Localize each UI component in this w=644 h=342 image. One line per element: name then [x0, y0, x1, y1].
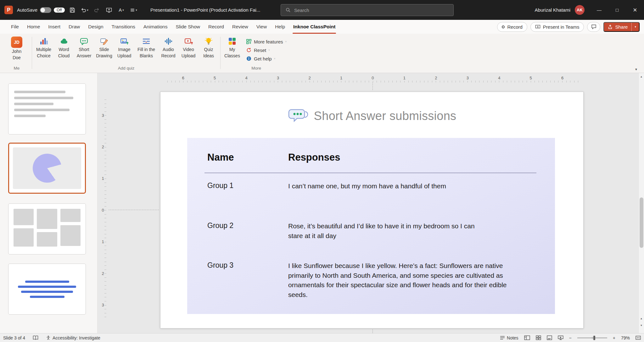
notes-button[interactable]: Notes	[500, 335, 518, 340]
accessibility-label: Accessibility: Investigate	[53, 335, 100, 340]
proofing-button[interactable]	[33, 335, 38, 340]
ribbon-item-multiple-choice[interactable]: Multiple Choice	[34, 36, 54, 58]
tab-insert[interactable]: Insert	[44, 20, 64, 34]
row-response[interactable]: I can’t name one, but my mom have a hand…	[288, 181, 537, 191]
slideshow-view-button[interactable]	[558, 335, 563, 340]
ribbon-item-video-upload[interactable]: Video Upload	[178, 36, 199, 58]
tab-home[interactable]: Home	[23, 20, 44, 34]
scroll-up-arrow[interactable]: ▲	[639, 74, 644, 79]
row-response[interactable]: Rose, it’s beautiful and I’d like to hav…	[288, 221, 537, 241]
slide-thumbnail-4[interactable]	[8, 264, 86, 315]
comments-button[interactable]	[587, 22, 600, 32]
word-cloud-icon	[59, 37, 69, 46]
tab-design[interactable]: Design	[84, 20, 107, 34]
tab-review[interactable]: Review	[228, 20, 252, 34]
maximize-button[interactable]: □	[608, 0, 626, 20]
zoom-slider-handle[interactable]	[593, 336, 595, 340]
ribbon-item-fill-in-the-blanks[interactable]: Fill in the Blanks	[134, 36, 158, 58]
ribbon-item-image-upload[interactable]: Image Upload	[114, 36, 134, 58]
reset-button[interactable]: Reset ▾	[246, 47, 287, 53]
redo-button[interactable]	[92, 5, 102, 15]
collapse-ribbon-button[interactable]: ▾	[635, 67, 637, 71]
account-avatar[interactable]: AK	[575, 5, 585, 15]
minimize-button[interactable]: —	[590, 0, 608, 20]
share-dropdown[interactable]: ▾	[631, 23, 639, 31]
tab-draw[interactable]: Draw	[64, 20, 84, 34]
vertical-ruler: 3 2 1 0 1 2 3	[99, 100, 107, 321]
style-button[interactable]: A ▾	[117, 5, 126, 15]
row-name[interactable]: Group 3	[207, 261, 288, 299]
group-label-more: More	[222, 65, 290, 73]
autosave-control[interactable]: AutoSave Off	[17, 7, 65, 13]
previous-slide-button[interactable]: ▲	[639, 316, 644, 321]
zoom-slider[interactable]	[577, 338, 607, 338]
chevron-down-icon: ▾	[268, 48, 270, 52]
present-in-teams-button[interactable]: Present in Teams	[530, 22, 584, 32]
more-features-button[interactable]: More features ▾	[246, 39, 287, 44]
zoom-level[interactable]: 79%	[621, 335, 630, 340]
tab-inknoe-classpoint[interactable]: Inknoe ClassPoint	[289, 20, 339, 34]
table-row[interactable]: Group 3 I like Sunflower because I like …	[207, 261, 537, 299]
slide-thumbnail-2-selected[interactable]	[8, 143, 86, 194]
reading-view-button[interactable]	[547, 335, 552, 340]
ribbon-item-slide-drawing[interactable]: Slide Drawing	[94, 36, 114, 58]
slide-title-block[interactable]: Short Answer submissions	[160, 108, 583, 124]
accessibility-status[interactable]: Accessibility: Investigate	[46, 335, 100, 340]
item-label: My	[229, 47, 235, 52]
row-response[interactable]: I like Sunflower because I like yellow. …	[288, 261, 537, 299]
ribbon-item-quiz-ideas[interactable]: Quiz Ideas	[199, 36, 219, 58]
item-label: Image	[118, 47, 131, 52]
item-label: Multiple	[36, 47, 51, 52]
book-icon	[33, 335, 38, 340]
customize-quick-access-button[interactable]: ▾	[129, 5, 138, 15]
row-name[interactable]: Group 2	[207, 221, 288, 241]
record-button[interactable]: Record	[497, 22, 527, 32]
responses-table[interactable]: Name Responses Group 1 I can’t name one,…	[187, 138, 555, 314]
autosave-toggle[interactable]	[40, 7, 51, 13]
table-row[interactable]: Group 1 I can’t name one, but my mom hav…	[207, 181, 537, 191]
share-button[interactable]: Share ▾	[603, 22, 640, 32]
slide-sorter-view-button[interactable]	[536, 335, 541, 340]
tab-slide-show[interactable]: Slide Show	[171, 20, 204, 34]
vertical-scrollbar[interactable]: ▲ ▲ ▼	[638, 73, 644, 333]
slide-canvas[interactable]: Short Answer submissions Name Responses …	[160, 92, 584, 328]
slide-thumbnail-3[interactable]	[8, 203, 86, 254]
scrollbar-thumb[interactable]	[640, 197, 643, 248]
normal-view-button[interactable]	[524, 335, 530, 340]
ribbon-item-my-classes[interactable]: My Classes	[222, 36, 242, 58]
ribbon-item-audio-record[interactable]: Audio Record	[158, 36, 178, 58]
share-label: Share	[615, 24, 628, 30]
powerpoint-window: P AutoSave Off ▾ A ▾	[0, 0, 644, 342]
tab-view[interactable]: View	[252, 20, 271, 34]
redo-icon	[94, 7, 100, 13]
tab-transitions[interactable]: Transitions	[108, 20, 139, 34]
tab-animations[interactable]: Animations	[139, 20, 172, 34]
present-screen-button[interactable]	[104, 5, 114, 15]
fit-to-window-button[interactable]	[636, 335, 641, 340]
slide-thumbnail-1[interactable]	[8, 83, 86, 134]
tab-record[interactable]: Record	[204, 20, 228, 34]
slide-title[interactable]: Short Answer submissions	[314, 109, 456, 123]
zoom-in-button[interactable]: +	[613, 335, 615, 340]
next-slide-button[interactable]: ▼	[639, 322, 644, 328]
ribbon-item-short-answer[interactable]: Short Answer	[74, 36, 94, 58]
multiple-choice-icon	[39, 37, 48, 46]
save-button[interactable]	[68, 5, 77, 15]
tab-file[interactable]: File	[7, 20, 23, 34]
item-label: Choice	[37, 53, 51, 59]
quiz-ideas-icon	[204, 37, 213, 46]
titlebar-right: Aburizal Khatami AK — □ ×	[535, 0, 644, 20]
account-name[interactable]: Aburizal Khatami	[535, 7, 570, 13]
search-input[interactable]	[294, 8, 449, 13]
row-name[interactable]: Group 1	[207, 181, 288, 191]
table-row[interactable]: Group 2 Rose, it’s beautiful and I’d lik…	[207, 221, 537, 241]
tab-help[interactable]: Help	[271, 20, 289, 34]
close-button[interactable]: ×	[626, 0, 644, 20]
undo-button[interactable]: ▾	[80, 5, 89, 15]
get-help-button[interactable]: Get help ▾	[246, 56, 287, 61]
zoom-out-button[interactable]: −	[569, 335, 572, 340]
ribbon-item-john-doe[interactable]: JD John Doe	[7, 36, 27, 60]
ribbon-item-word-cloud[interactable]: Word Cloud	[54, 36, 74, 58]
search-box[interactable]	[281, 4, 454, 16]
menu-item-label: More features	[254, 39, 283, 44]
